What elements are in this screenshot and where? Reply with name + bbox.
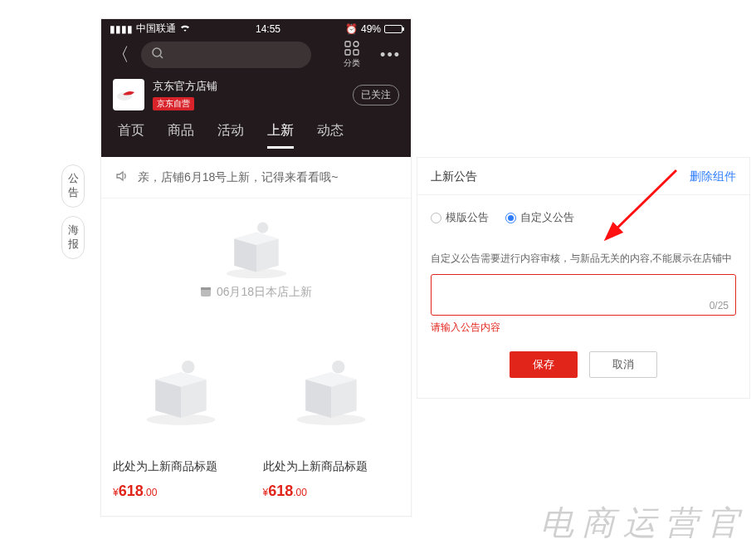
status-bar: ▮▮▮▮ 中国联通 14:55 ⏰ 49% (101, 19, 411, 36)
category-button[interactable]: 分类 (344, 41, 360, 69)
svg-rect-13 (201, 287, 211, 290)
product-grid: 此处为上新商品标题 ¥618.00 此处为上新商品标题 ¥618.00 (101, 311, 411, 500)
signal-icon: ▮▮▮▮ (110, 23, 133, 35)
tab-new[interactable]: 上新 (267, 122, 294, 149)
calendar-icon (200, 286, 212, 300)
char-counter: 0/25 (710, 300, 729, 311)
watermark-text: 电商运营官 (540, 500, 748, 546)
notice-text: 亲，店铺6月18号上新，记得来看看哦~ (138, 170, 339, 185)
radio-icon (431, 213, 441, 223)
radio-template-label: 模版公告 (446, 210, 489, 225)
wifi-icon (179, 23, 191, 35)
notice-textarea-wrap: 0/25 (431, 274, 736, 316)
grid-icon (344, 41, 359, 56)
svg-point-23 (332, 360, 344, 373)
radio-template[interactable]: 模版公告 (431, 210, 489, 225)
product-placeholder-icon (111, 326, 251, 451)
more-icon[interactable]: ••• (380, 47, 401, 64)
svg-point-18 (182, 360, 194, 373)
radio-custom[interactable]: 自定义公告 (505, 210, 574, 225)
svg-point-0 (153, 48, 161, 56)
product-card[interactable]: 此处为上新商品标题 ¥618.00 (111, 326, 251, 500)
tab-bar: 首页 商品 活动 上新 动态 (101, 115, 411, 149)
cancel-button[interactable]: 取消 (589, 351, 657, 378)
tab-activity[interactable]: 活动 (217, 122, 244, 149)
phone-nav: 〈 分类 ••• (101, 36, 411, 72)
button-row: 保存 取消 (417, 335, 749, 398)
product-price: ¥618.00 (261, 483, 402, 500)
carrier-text: 中国联通 (136, 22, 176, 36)
battery-icon (384, 25, 402, 33)
empty-box-icon (217, 213, 296, 280)
phone-header: ▮▮▮▮ 中国联通 14:55 ⏰ 49% 〈 (101, 19, 411, 157)
search-icon (151, 47, 164, 63)
radio-custom-label: 自定义公告 (520, 210, 574, 225)
product-card[interactable]: 此处为上新商品标题 ¥618.00 (261, 326, 402, 500)
tab-home[interactable]: 首页 (118, 122, 144, 149)
alarm-icon: ⏰ (345, 23, 358, 35)
product-title: 此处为上新商品标题 (261, 459, 402, 474)
store-logo (113, 79, 144, 110)
side-pill-notice[interactable]: 公告 (61, 164, 85, 208)
error-text: 请输入公告内容 (417, 316, 749, 335)
notice-bar[interactable]: 亲，店铺6月18号上新，记得来看看哦~ (101, 157, 411, 199)
follow-button[interactable]: 已关注 (353, 85, 399, 105)
helper-text: 自定义公告需要进行内容审核，与新品无关的内容,不能展示在店铺中 (417, 232, 749, 271)
svg-rect-2 (345, 42, 350, 47)
store-row: 京东官方店铺 京东自营 已关注 (101, 72, 411, 115)
save-button[interactable]: 保存 (510, 351, 578, 378)
battery-pct: 49% (361, 23, 381, 35)
panel-title: 上新公告 (431, 169, 477, 184)
status-time: 14:55 (256, 23, 280, 35)
svg-rect-5 (354, 50, 358, 55)
svg-line-1 (160, 56, 163, 58)
notice-type-radios: 模版公告 自定义公告 (417, 195, 749, 232)
back-icon[interactable]: 〈 (108, 42, 133, 67)
date-text: 06月18日本店上新 (217, 285, 312, 300)
category-label: 分类 (344, 57, 360, 69)
delete-component-link[interactable]: 删除组件 (690, 169, 736, 184)
store-tag: 京东自营 (153, 97, 194, 110)
phone-preview: ▮▮▮▮ 中国联通 14:55 ⏰ 49% 〈 (100, 18, 412, 517)
side-pill-poster[interactable]: 海报 (61, 216, 85, 259)
notice-textarea[interactable] (432, 275, 735, 315)
tab-feed[interactable]: 动态 (317, 122, 344, 149)
svg-rect-4 (345, 50, 350, 55)
tab-goods[interactable]: 商品 (168, 122, 194, 149)
product-title: 此处为上新商品标题 (111, 459, 251, 474)
side-pill-group: 公告 海报 (61, 164, 85, 259)
new-date-block: 06月18日本店上新 (101, 199, 411, 311)
config-panel: 上新公告 删除组件 模版公告 自定义公告 自定义公告需要进行内容审核，与新品无关… (417, 157, 750, 399)
product-price: ¥618.00 (111, 483, 251, 500)
product-placeholder-icon (261, 326, 402, 451)
svg-point-11 (256, 222, 267, 233)
svg-rect-3 (354, 42, 358, 47)
search-input[interactable] (141, 42, 311, 68)
radio-icon (505, 213, 516, 223)
speaker-icon (115, 169, 129, 186)
store-name: 京东官方店铺 (153, 79, 217, 94)
